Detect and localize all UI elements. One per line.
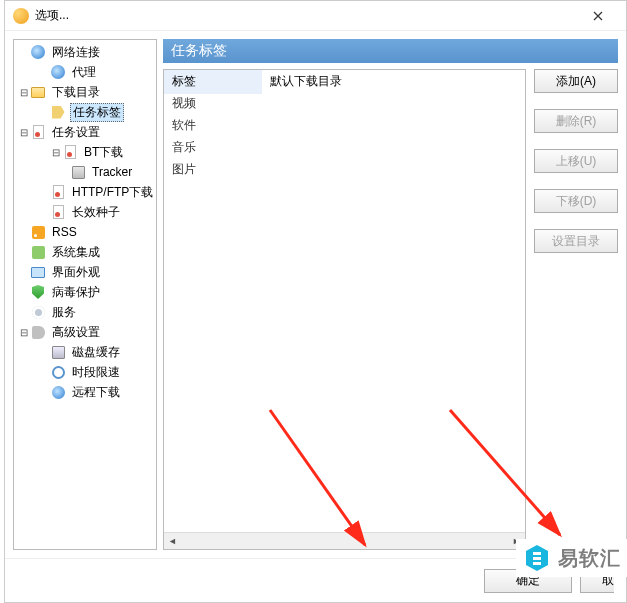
close-icon xyxy=(593,11,603,21)
window-title: 选项... xyxy=(35,7,578,24)
cell-label: 图片 xyxy=(164,157,262,182)
collapse-icon[interactable]: ⊟ xyxy=(18,86,30,98)
list-row[interactable]: 音乐 xyxy=(164,136,525,158)
horizontal-scrollbar[interactable]: ◄ ► xyxy=(164,532,525,549)
tree-spacer xyxy=(18,226,30,238)
cell-dir xyxy=(262,165,525,173)
list-row[interactable]: 软件 xyxy=(164,114,525,136)
tree-item-label: 网络连接 xyxy=(50,43,102,62)
tree-item-label: BT下载 xyxy=(82,143,125,162)
rss-icon xyxy=(30,224,46,240)
options-dialog: 选项... 网络连接代理⊟下载目录任务标签⊟任务设置⊟BT下载TrackerHT… xyxy=(4,0,627,603)
list-header-row: 标签默认下载目录 xyxy=(164,70,525,92)
cell-dir xyxy=(262,143,525,151)
disk-icon xyxy=(50,344,66,360)
tree-item-label: 系统集成 xyxy=(50,243,102,262)
tree-item-14[interactable]: ⊟高级设置 xyxy=(14,322,156,342)
server-icon xyxy=(70,164,86,180)
tree-item-label: 磁盘缓存 xyxy=(70,343,122,362)
page-red-icon xyxy=(30,124,46,140)
delete-button[interactable]: 删除(R) xyxy=(534,109,618,133)
label-list[interactable]: 标签默认下载目录视频软件音乐图片 ◄ ► xyxy=(163,69,526,550)
tree-spacer xyxy=(18,266,30,278)
svg-rect-3 xyxy=(533,557,541,560)
cell-dir xyxy=(262,99,525,107)
tree-item-9[interactable]: RSS xyxy=(14,222,156,242)
collapse-icon[interactable]: ⊟ xyxy=(18,126,30,138)
tree-item-label: 远程下载 xyxy=(70,383,122,402)
app-icon xyxy=(13,8,29,24)
tag-icon xyxy=(50,104,66,120)
moveup-button[interactable]: 上移(U) xyxy=(534,149,618,173)
page-red-icon xyxy=(62,144,78,160)
section-header: 任务标签 xyxy=(163,39,618,63)
svg-rect-2 xyxy=(533,552,541,555)
tree-item-label: 长效种子 xyxy=(70,203,122,222)
shield-icon xyxy=(30,284,46,300)
watermark-logo: 易软汇 xyxy=(516,539,627,577)
tree-item-10[interactable]: 系统集成 xyxy=(14,242,156,262)
tree-spacer xyxy=(18,246,30,258)
tree-item-0[interactable]: 网络连接 xyxy=(14,42,156,62)
tree-item-label: 高级设置 xyxy=(50,323,102,342)
list-row[interactable]: 视频 xyxy=(164,92,525,114)
logo-text: 易软汇 xyxy=(558,545,621,572)
right-panel: 任务标签 标签默认下载目录视频软件音乐图片 ◄ ► 添加(A) 删除(R) 上移… xyxy=(163,39,618,550)
tree-item-16[interactable]: 时段限速 xyxy=(14,362,156,382)
tree-item-2[interactable]: ⊟下载目录 xyxy=(14,82,156,102)
add-button[interactable]: 添加(A) xyxy=(534,69,618,93)
page-red-icon xyxy=(50,204,66,220)
close-button[interactable] xyxy=(578,1,618,31)
tree-item-label: 服务 xyxy=(50,303,78,322)
tree-item-7[interactable]: HTTP/FTP下载 xyxy=(14,182,156,202)
tree-spacer xyxy=(18,286,30,298)
clock-icon xyxy=(50,364,66,380)
col-dir: 默认下载目录 xyxy=(262,70,525,94)
collapse-icon[interactable]: ⊟ xyxy=(18,326,30,338)
tree-item-label: 下载目录 xyxy=(50,83,102,102)
page-red-icon xyxy=(50,184,66,200)
wrench-icon xyxy=(30,324,46,340)
collapse-icon[interactable]: ⊟ xyxy=(50,146,62,158)
remote-icon xyxy=(50,384,66,400)
tree-item-label: 任务标签 xyxy=(70,103,124,122)
tree-item-11[interactable]: 界面外观 xyxy=(14,262,156,282)
tree-item-5[interactable]: ⊟BT下载 xyxy=(14,142,156,162)
tree-item-6[interactable]: Tracker xyxy=(14,162,156,182)
tree-item-17[interactable]: 远程下载 xyxy=(14,382,156,402)
tree-item-label: Tracker xyxy=(90,164,134,180)
gear-icon xyxy=(30,304,46,320)
tree-item-1[interactable]: 代理 xyxy=(14,62,156,82)
tree-item-label: 任务设置 xyxy=(50,123,102,142)
tree-item-label: 病毒保护 xyxy=(50,283,102,302)
puzzle-icon xyxy=(30,244,46,260)
tree-item-15[interactable]: 磁盘缓存 xyxy=(14,342,156,362)
scroll-left-button[interactable]: ◄ xyxy=(164,533,181,550)
settings-tree[interactable]: 网络连接代理⊟下载目录任务标签⊟任务设置⊟BT下载TrackerHTTP/FTP… xyxy=(13,39,157,550)
main-area: 标签默认下载目录视频软件音乐图片 ◄ ► 添加(A) 删除(R) 上移(U) 下… xyxy=(163,69,618,550)
tree-item-label: RSS xyxy=(50,224,79,240)
globe-icon xyxy=(30,44,46,60)
tree-spacer xyxy=(18,46,30,58)
svg-rect-4 xyxy=(533,562,541,565)
dialog-content: 网络连接代理⊟下载目录任务标签⊟任务设置⊟BT下载TrackerHTTP/FTP… xyxy=(5,31,626,558)
tree-item-13[interactable]: 服务 xyxy=(14,302,156,322)
tree-item-12[interactable]: 病毒保护 xyxy=(14,282,156,302)
tree-item-4[interactable]: ⊟任务设置 xyxy=(14,122,156,142)
tree-item-label: 时段限速 xyxy=(70,363,122,382)
list-row[interactable]: 图片 xyxy=(164,158,525,180)
monitor-icon xyxy=(30,264,46,280)
setdir-button[interactable]: 设置目录 xyxy=(534,229,618,253)
button-column: 添加(A) 删除(R) 上移(U) 下移(D) 设置目录 xyxy=(534,69,618,550)
tree-item-8[interactable]: 长效种子 xyxy=(14,202,156,222)
tree-spacer xyxy=(18,306,30,318)
tree-item-label: HTTP/FTP下载 xyxy=(70,183,155,202)
logo-icon xyxy=(522,543,552,573)
tree-item-label: 代理 xyxy=(70,63,98,82)
tree-item-3[interactable]: 任务标签 xyxy=(14,102,156,122)
list-content: 标签默认下载目录视频软件音乐图片 xyxy=(164,70,525,532)
cell-dir xyxy=(262,121,525,129)
globe-icon xyxy=(50,64,66,80)
movedown-button[interactable]: 下移(D) xyxy=(534,189,618,213)
folder-open-icon xyxy=(30,84,46,100)
